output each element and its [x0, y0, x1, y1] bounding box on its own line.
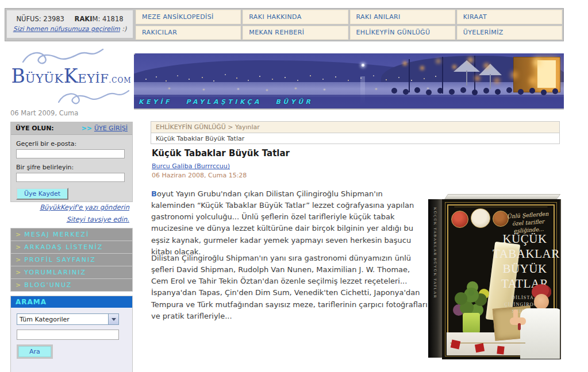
- sidebar-item-profil-sayfaniz[interactable]: > PROFİL SAYFANIZ: [11, 254, 132, 266]
- chevron-down-icon[interactable]: [108, 314, 118, 324]
- sidebar-item-mesaj-merkezi[interactable]: > MESAJ MERKEZİ: [11, 228, 132, 241]
- rakim-label-bold: RAKI: [75, 15, 93, 23]
- logo-letter: B: [11, 65, 25, 87]
- lamp-post: [442, 57, 443, 94]
- chef-coat: [520, 308, 561, 359]
- umbrella-pole: [490, 74, 491, 89]
- chevron-right-icon: >: [16, 269, 21, 276]
- article-paragraph-1: Boyut Yayın Grubu'ndan çıkan Dilistan Çi…: [151, 188, 428, 258]
- register-button[interactable]: Üye Kaydet: [16, 188, 68, 200]
- population-value: 23983: [43, 15, 64, 23]
- kiosk-window: [537, 60, 556, 88]
- nav-mekan-rehberi[interactable]: MEKAN REHBERİ: [243, 26, 348, 40]
- search-header: ARAMA: [11, 296, 132, 308]
- sidebar-item-yorumlariniz[interactable]: > YORUMLARINIZ: [11, 266, 132, 278]
- book-title: KÜÇÜK TABAKLAR BÜYÜK TATLAR: [493, 231, 557, 291]
- red-appetizer-cube: [497, 346, 504, 354]
- book-spine: KÜÇÜK TABAKLAR BÜYÜK TATLAR: [428, 199, 442, 358]
- logo-part: EYİF: [78, 72, 109, 86]
- main-nav: MEZE ANSİKLOPEDİSİ RAKI HAKKINDA RAKI AN…: [136, 10, 562, 40]
- logo-suffix: .COM: [109, 76, 131, 84]
- header-banner-photo: KEYİF PAYLAŞTIKÇA BÜYÜR: [134, 53, 564, 110]
- chef-thumbs-up: [513, 309, 518, 319]
- site-stats: NÜFUS: 23983 RAKIM: 41818: [7, 15, 133, 23]
- email-label: Geçerli bir e-posta:: [16, 140, 127, 148]
- book-front-cover: Ünlü Şeflerden özel tarifler eşliğinde..…: [442, 199, 561, 359]
- chevron-right-icon: >: [16, 231, 21, 238]
- category-select-value: Tüm Kategoriler: [17, 316, 108, 323]
- book-spine-title: KÜÇÜK TABAKLAR BÜYÜK TATLAR: [433, 207, 437, 299]
- smiley-text: :): [122, 25, 126, 33]
- lamp-post: [409, 59, 410, 92]
- nav-kiraat[interactable]: KIRAAT: [457, 10, 562, 24]
- breadcrumb-box: EHLİKEYFİN GÜNLÜĞÜ > Yayınlar Küçük Taba…: [151, 121, 560, 144]
- sidebar-item-label: ARKADAŞ LİSTENİZ: [24, 243, 103, 251]
- search-button[interactable]: Ara: [18, 346, 51, 357]
- paragraph-text: oyut Yayın Grubu'ndan çıkan Dilistan Çil…: [151, 189, 414, 256]
- article-date: 06 Haziran 2008, Cuma 15:28: [152, 172, 247, 179]
- book-title-line: KÜÇÜK: [493, 231, 557, 246]
- sidebar-item-label: PROFİL SAYFANIZ: [24, 256, 96, 264]
- moon: [362, 64, 364, 67]
- submit-article-link[interactable]: BüyükKeyif'e yazı gönderin: [10, 203, 129, 211]
- book-pages-edge: [444, 194, 560, 199]
- umbrella-pole: [466, 71, 467, 86]
- password-field[interactable]: [16, 173, 125, 182]
- chevron-right-icon: >: [16, 256, 21, 264]
- sidebar-item-arkadas-listeniz[interactable]: > ARKADAŞ LİSTENİZ: [11, 241, 132, 253]
- nav-uyelerimiz[interactable]: ÜYELERİMİZ: [457, 26, 562, 40]
- gold-divider-line: [450, 343, 525, 343]
- logo-part: ÜYÜK: [25, 72, 64, 86]
- breadcrumb[interactable]: EHLİKEYFİN GÜNLÜĞÜ > Yayınlar: [151, 122, 559, 133]
- nav-raki-hakkinda[interactable]: RAKI HAKKINDA: [243, 10, 348, 24]
- search-input[interactable]: [17, 330, 119, 340]
- member-login-link[interactable]: ÜYE GİRİŞİ: [94, 125, 128, 132]
- chef-photo: [510, 284, 561, 359]
- top-band: NÜFUS: 23983 RAKIM: 41818 Sizi hemen nüf…: [5, 8, 564, 41]
- population-label: NÜFUS:: [16, 15, 41, 23]
- book-title-line: TABAKLAR: [493, 246, 557, 261]
- lamp-post: [474, 56, 475, 95]
- dish-photo-red: [451, 211, 468, 228]
- site-logo[interactable]: BÜYÜKKEYİF.COM: [10, 51, 132, 108]
- crowd-silhouettes: [134, 53, 137, 57]
- chef-names-strip: [455, 207, 547, 207]
- logo-wordmark: BÜYÜKKEYİF.COM: [10, 68, 132, 86]
- recommend-site-link[interactable]: Siteyi tavsiye edin.: [10, 215, 129, 223]
- rakim-value: 41818: [102, 15, 124, 23]
- logo-flourish-top: [18, 48, 105, 67]
- page: NÜFUS: 23983 RAKIM: 41818 Sizi hemen nüf…: [0, 0, 588, 372]
- book-title-line: BÜYÜK: [493, 261, 557, 276]
- chef-bracelet: [518, 323, 521, 330]
- sidebar-item-blogunuz[interactable]: > BLOG'UNUZ: [11, 279, 132, 291]
- nav-ehlikeyfin-gunlugu[interactable]: EHLİKEYFİN GÜNLÜĞÜ: [350, 26, 455, 40]
- red-appetizer-cube: [451, 340, 461, 350]
- category-select[interactable]: Tüm Kategoriler: [17, 313, 119, 325]
- article-title: Küçük Tabaklar Büyük Tatlar: [152, 148, 290, 158]
- chevron-right-icon: >: [16, 281, 21, 289]
- nav-raki-anilari[interactable]: RAKI ANILARI: [350, 10, 455, 24]
- nav-meze-ansiklopedisi[interactable]: MEZE ANSİKLOPEDİSİ: [136, 10, 241, 24]
- join-now-link[interactable]: Sizi hemen nüfusumuza geçirelim: [13, 25, 120, 33]
- article-paragraph-2: Dilistan Çilingiroğlu Shipman'ın yanı sı…: [151, 253, 428, 322]
- member-menu: > MESAJ MERKEZİ > ARKADAŞ LİSTENİZ > PRO…: [10, 228, 133, 292]
- logo-letter: K: [64, 65, 78, 87]
- signup-title: ÜYE OLUN:: [16, 125, 81, 132]
- red-appetizer-cube: [475, 343, 485, 352]
- chef-face: [534, 294, 549, 309]
- chevron-right-icon: >: [16, 243, 21, 251]
- logo-flourish-bottom: [55, 90, 130, 107]
- rakim-label-rest: M:: [93, 15, 101, 23]
- nav-rakicilar[interactable]: RAKICILAR: [136, 26, 241, 40]
- search-box: ARAMA Tüm Kategoriler Ara: [10, 296, 133, 372]
- current-date: 06 Mart 2009, Cuma: [10, 109, 78, 117]
- email-field[interactable]: [16, 149, 125, 158]
- password-label: Bir şifre belirleyin:: [16, 164, 127, 171]
- sidebar-links: BüyükKeyif'e yazı gönderin Siteyi tavsiy…: [10, 203, 129, 227]
- signup-box: ÜYE OLUN: >> ÜYE GİRİŞİ Geçerli bir e-po…: [10, 122, 133, 202]
- double-chevron-icon: >>: [81, 125, 91, 132]
- author-link[interactable]: Burcu Galiba (Burrrccuu): [152, 162, 230, 170]
- book-cover-image: KÜÇÜK TABAKLAR BÜYÜK TATLAR Ünlü Şeflerd…: [428, 194, 561, 359]
- breadcrumb-current-page: Küçük Tabaklar Büyük Tatlar: [151, 133, 559, 144]
- site-slogan: KEYİF PAYLAŞTIKÇA BÜYÜR: [139, 98, 313, 106]
